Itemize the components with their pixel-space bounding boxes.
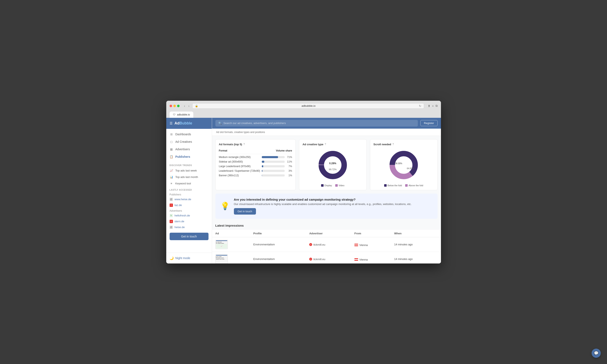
back-button[interactable]: ‹ xyxy=(183,104,186,108)
lastly-taz[interactable]: t taz.de xyxy=(166,202,212,208)
top-ads-week-label: Top ads last week xyxy=(175,169,197,172)
tabs-button[interactable]: ⧉ xyxy=(436,104,438,108)
keyword-tool-label: Keyword tool xyxy=(175,182,191,185)
creative-type-card: Ad creative type ? 0.28% 99.72% xyxy=(299,139,367,190)
format-name-4: Leaderboard / Superbanner (728x90) xyxy=(219,169,260,172)
search-box: 🔍 xyxy=(215,120,418,127)
help-icon-formats[interactable]: ? xyxy=(243,143,245,146)
impressions-tbody: ess Spreads. Are Opportunities 📈 Environ… xyxy=(212,237,441,263)
austria-flag-1 xyxy=(354,244,358,246)
format-name-3: Large Leaderboard (970x90) xyxy=(219,165,260,168)
latest-impressions-section: Latest impressions Ad Profile Advertiser… xyxy=(212,222,441,263)
promo-cta-button[interactable]: Get in touch xyxy=(234,208,256,215)
bar-3 xyxy=(262,165,285,167)
video-dot xyxy=(335,184,338,187)
creative-type-label: Ad creative type xyxy=(303,143,323,146)
search-input[interactable] xyxy=(223,122,415,125)
shield-icon: 🛡 xyxy=(173,113,175,116)
maximize-button[interactable] xyxy=(177,105,180,107)
forward-button[interactable]: › xyxy=(187,104,190,108)
help-icon-creative[interactable]: ? xyxy=(325,143,326,146)
heise-favicon: @ xyxy=(170,198,173,201)
donut-creative: 0.28% 99.72% Display xyxy=(303,148,363,187)
taz-favicon: t xyxy=(170,204,173,207)
formats-table-header: Format Volume share xyxy=(219,148,292,154)
nav-dashboards[interactable]: ⊞ Dashboards xyxy=(166,130,212,138)
minimize-button[interactable] xyxy=(173,105,176,107)
top-ads-last-month[interactable]: 📊 Top ads last month xyxy=(166,174,212,180)
browser-actions: ⬆ + ⧉ xyxy=(428,104,437,108)
keyword-tool[interactable]: ≡ Keyword tool xyxy=(166,180,212,187)
publishers-group-label: Publishers xyxy=(166,192,212,196)
format-row-4: Leaderboard / Superbanner (728x90) 3% xyxy=(219,169,292,172)
svg-text:36.00%: 36.00% xyxy=(395,162,402,165)
country-flag-1: Vienna xyxy=(354,244,368,247)
col-ad: Ad xyxy=(212,230,250,237)
col-format: Format xyxy=(219,149,227,152)
new-tab-button[interactable]: + xyxy=(432,104,434,108)
donut-scroll: 36.00% 64.00% Below the fold xyxy=(374,148,434,187)
nav-publishers[interactable]: 📋 Publishers xyxy=(166,153,212,160)
browser-chrome: ‹ › 🔒 adbubble.io ↻ ⬆ + ⧉ 🛡 adbubble.io xyxy=(166,101,441,118)
content-inner: Ad slot formats, creative types and posi… xyxy=(212,129,441,263)
thumb-content: 📈 xyxy=(216,244,227,248)
donut-chart-creative: 0.28% 99.72% xyxy=(316,148,349,182)
legend-below: Below the fold xyxy=(384,184,402,187)
taz-label: taz.de xyxy=(175,204,182,207)
advertiser-cell-2: ⊙ tickmill.eu xyxy=(306,252,351,263)
profile-cell-2: Environmentalism xyxy=(250,252,306,263)
tab-title: adbubble.io xyxy=(177,113,190,116)
help-icon-scroll[interactable]: ? xyxy=(392,143,394,146)
impressions-table: Ad Profile Advertiser From When xyxy=(212,230,441,263)
browser-tab[interactable]: 🛡 adbubble.io xyxy=(170,112,193,118)
donut-legend-creative: Display Video xyxy=(321,184,344,187)
format-row-1: Medium rectangle (300x250) 71% xyxy=(219,156,292,159)
nav-advertisers[interactable]: ▦ Advertisers xyxy=(166,145,212,153)
hellofresh-label: hellofresh.de xyxy=(175,214,190,217)
right-panel: 🔍 Register Ad slot formats, creative typ… xyxy=(212,118,441,263)
chat-icon: 💬 xyxy=(594,351,598,355)
nav-controls: ‹ › xyxy=(183,104,190,108)
svg-text:0.28%: 0.28% xyxy=(329,162,336,165)
stats-row: Ad formats (top 5) ? Format Volume share… xyxy=(212,136,441,194)
share-button[interactable]: ⬆ xyxy=(428,104,430,108)
ad-creatives-icon: ◻ xyxy=(170,140,173,143)
heise-adv-favicon: @ xyxy=(170,226,173,229)
close-button[interactable] xyxy=(170,105,172,107)
ad-thumbnail-1: ess Spreads. Are Opportunities 📈 xyxy=(215,240,228,249)
svg-text:99.72%: 99.72% xyxy=(329,168,337,171)
svg-text:64.00%: 64.00% xyxy=(407,167,414,170)
video-label: Video xyxy=(338,184,344,187)
when-cell-1: 14 minutes ago xyxy=(391,237,441,252)
ad-formats-card: Ad formats (top 5) ? Format Volume share… xyxy=(215,139,296,190)
register-button[interactable]: Register xyxy=(420,120,437,126)
top-ads-last-week[interactable]: 📈 Top ads last week xyxy=(166,167,212,174)
country-flag-2: Vienna xyxy=(354,258,368,261)
refresh-icon[interactable]: ↻ xyxy=(419,104,421,108)
thumb-text: ess Spreads. Are Opportunities xyxy=(216,241,227,244)
bar-5 xyxy=(262,174,285,177)
brand-name: AdBubble xyxy=(175,121,192,126)
bar-1 xyxy=(262,156,285,158)
lastly-stern[interactable]: s stern.de xyxy=(166,219,212,224)
stern-favicon: s xyxy=(170,220,173,223)
lastly-accessed-label: LASTLY ACCESSED xyxy=(166,187,212,192)
sidebar-get-in-touch-button[interactable]: Get in touch xyxy=(170,233,208,240)
nav-dashboards-label: Dashboards xyxy=(175,132,191,136)
brand-bubble: Bubble xyxy=(180,121,192,125)
app-container: ☰ AdBubble ⊞ Dashboards ◻ Ad Creatives ▦… xyxy=(166,118,441,263)
legend-video: Video xyxy=(335,184,344,187)
chat-bubble-button[interactable]: 💬 xyxy=(592,349,601,358)
lastly-heise-adv[interactable]: @ heise.de xyxy=(166,224,212,230)
lastly-heise[interactable]: @ www.heise.de xyxy=(166,196,212,202)
advertiser-cell-1: ⊙ tickmill.eu xyxy=(306,237,351,252)
col-profile: Profile xyxy=(250,230,306,237)
address-bar[interactable]: 🔒 adbubble.io ↻ xyxy=(192,103,424,109)
nav-ad-creatives[interactable]: ◻ Ad Creatives xyxy=(166,138,212,145)
night-mode-label[interactable]: Night mode xyxy=(175,256,190,260)
top-ads-month-label: Top ads last month xyxy=(175,175,198,179)
lastly-hellofresh[interactable]: h hellofresh.de xyxy=(166,213,212,219)
impressions-thead: Ad Profile Advertiser From When xyxy=(212,230,441,237)
bar-4 xyxy=(262,170,285,172)
hamburger-icon[interactable]: ☰ xyxy=(170,121,172,125)
